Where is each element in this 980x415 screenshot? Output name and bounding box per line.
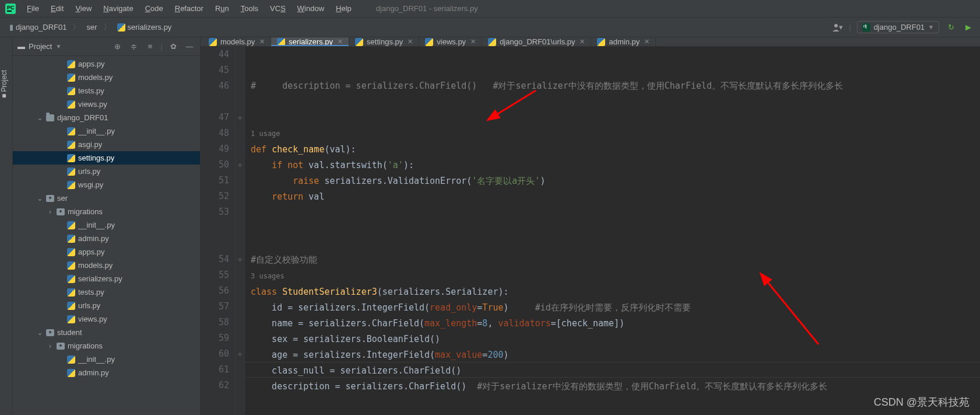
hide-icon[interactable]: — <box>184 41 195 53</box>
tree-item[interactable]: admin.py <box>13 232 200 245</box>
fold-marker[interactable] <box>236 62 244 78</box>
fold-marker[interactable] <box>236 378 244 393</box>
close-icon[interactable]: ✕ <box>259 38 265 46</box>
tree-item[interactable]: models.py <box>13 71 200 84</box>
chevron-icon[interactable]: ⌄ <box>36 328 43 337</box>
menu-file[interactable]: File <box>22 2 44 15</box>
close-icon[interactable]: ✕ <box>470 38 476 46</box>
line-number[interactable]: 62 <box>201 378 229 393</box>
menu-refactor[interactable]: Refactor <box>170 2 208 15</box>
tree-item[interactable]: serializers.py <box>13 272 200 285</box>
close-icon[interactable]: ✕ <box>644 38 649 46</box>
fold-marker[interactable] <box>236 47 244 62</box>
project-tree[interactable]: apps.pymodels.pytests.pyviews.py⌄django_… <box>13 56 200 384</box>
fold-marker[interactable]: ⊖ <box>236 346 244 362</box>
editor-tab[interactable]: admin.py✕ <box>591 37 656 46</box>
tree-item[interactable]: views.py <box>13 312 200 326</box>
locate-icon[interactable]: ⊕ <box>112 41 124 53</box>
sync-icon[interactable]: ↻ <box>945 22 957 33</box>
tree-item[interactable]: __init__.py <box>13 218 200 232</box>
line-number[interactable]: 47 <box>201 110 229 125</box>
fold-marker[interactable] <box>236 362 244 378</box>
line-number[interactable] <box>201 94 229 110</box>
menu-help[interactable]: Help <box>331 2 356 15</box>
tree-item[interactable]: models.py <box>13 259 200 272</box>
line-number[interactable]: 56 <box>201 283 229 299</box>
menu-view[interactable]: View <box>71 2 96 15</box>
tree-item[interactable]: tests.py <box>13 285 200 299</box>
line-number[interactable]: 48 <box>201 125 229 141</box>
tree-item[interactable]: ⌄ser <box>13 191 200 205</box>
close-icon[interactable]: ✕ <box>338 38 343 46</box>
tree-item[interactable]: ⌄django_DRF01 <box>13 111 200 124</box>
tree-item[interactable]: urls.py <box>13 165 200 178</box>
line-number[interactable]: 59 <box>201 330 229 346</box>
menu-window[interactable]: Window <box>293 2 329 15</box>
line-number[interactable]: 50 <box>201 157 229 173</box>
line-number[interactable]: 52 <box>201 189 229 204</box>
fold-column[interactable]: ⊖ ⊖ ⊖ ⊖ <box>236 47 245 415</box>
fold-marker[interactable] <box>236 220 244 236</box>
tree-item[interactable]: __init__.py <box>13 353 200 366</box>
line-number[interactable]: 45 <box>201 62 229 78</box>
fold-marker[interactable] <box>236 94 244 110</box>
code[interactable]: # description = serializers.CharField() … <box>245 47 980 415</box>
line-number[interactable]: 57 <box>201 299 229 315</box>
line-number[interactable]: 55 <box>201 267 229 283</box>
fold-marker[interactable] <box>236 315 244 330</box>
user-icon[interactable]: ▾ <box>831 22 843 33</box>
project-tool-tab[interactable]: ■ Project <box>0 70 8 98</box>
fold-marker[interactable] <box>236 236 244 252</box>
chevron-icon[interactable]: ⌄ <box>36 194 43 203</box>
fold-marker[interactable] <box>236 267 244 283</box>
menu-edit[interactable]: Edit <box>46 2 68 15</box>
tree-item[interactable]: urls.py <box>13 299 200 312</box>
run-configuration[interactable]: django_DRF01 ▼ <box>857 21 939 33</box>
chevron-icon[interactable]: › <box>47 207 54 216</box>
fold-marker[interactable] <box>236 141 244 157</box>
tree-item[interactable]: apps.py <box>13 57 200 71</box>
tree-item[interactable]: ⌄student <box>13 326 200 339</box>
menu-vcs[interactable]: VCS <box>265 2 290 15</box>
line-number[interactable]: 44 <box>201 47 229 62</box>
gutter[interactable]: 444546 47484950515253 545556575859606162 <box>201 47 236 415</box>
expand-icon[interactable]: ≑ <box>128 41 140 53</box>
fold-marker[interactable] <box>236 125 244 141</box>
fold-marker[interactable] <box>236 173 244 189</box>
settings-icon[interactable]: ✿ <box>167 41 179 53</box>
editor-tab[interactable]: serializers.py✕ <box>271 37 349 46</box>
line-number[interactable]: 60 <box>201 346 229 362</box>
line-number[interactable]: 51 <box>201 173 229 189</box>
menu-tools[interactable]: Tools <box>236 2 263 15</box>
editor-tab[interactable]: models.py✕ <box>203 37 271 46</box>
tree-item[interactable]: __init__.py <box>13 124 200 138</box>
close-icon[interactable]: ✕ <box>408 38 413 46</box>
tree-item[interactable]: apps.py <box>13 245 200 259</box>
line-number[interactable] <box>201 236 229 252</box>
chevron-icon[interactable]: › <box>47 341 54 350</box>
fold-marker[interactable]: ⊖ <box>236 110 244 125</box>
fold-marker[interactable] <box>236 283 244 299</box>
tree-item[interactable]: asgi.py <box>13 138 200 151</box>
line-number[interactable]: 46 <box>201 78 229 94</box>
collapse-icon[interactable]: ≡ <box>145 41 156 53</box>
tree-item[interactable]: admin.py <box>13 366 200 379</box>
editor-tab[interactable]: django_DRF01\urls.py✕ <box>482 37 591 46</box>
fold-marker[interactable] <box>236 189 244 204</box>
tree-item[interactable]: ›migrations <box>13 205 200 218</box>
editor-tab[interactable]: views.py✕ <box>419 37 482 46</box>
menu-navigate[interactable]: Navigate <box>99 2 138 15</box>
fold-marker[interactable] <box>236 299 244 315</box>
tool-window-stripe[interactable]: ■ Project <box>0 37 13 415</box>
editor-tab[interactable]: settings.py✕ <box>349 37 419 46</box>
menu-code[interactable]: Code <box>140 2 168 15</box>
usages-hint[interactable]: 1 usage <box>251 130 280 138</box>
fold-marker[interactable]: ⊖ <box>236 252 244 267</box>
line-number[interactable]: 54 <box>201 252 229 267</box>
tree-item[interactable]: views.py <box>13 97 200 111</box>
tree-item[interactable]: ›migrations <box>13 339 200 353</box>
line-number[interactable] <box>201 220 229 236</box>
line-number[interactable]: 49 <box>201 141 229 157</box>
chevron-icon[interactable]: ⌄ <box>36 113 43 122</box>
breadcrumb-item[interactable]: ser <box>83 22 100 33</box>
